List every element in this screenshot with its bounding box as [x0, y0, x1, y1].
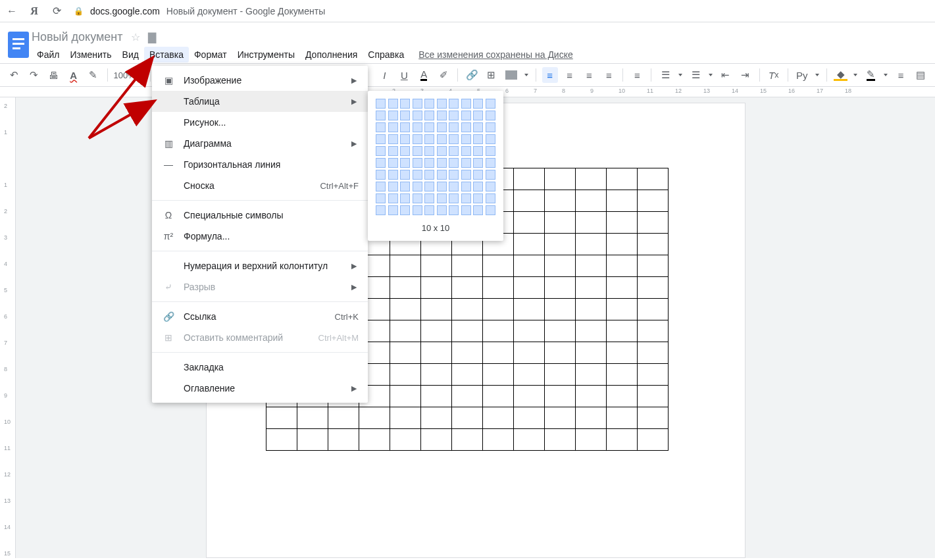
table-cell[interactable]: [606, 190, 637, 212]
table-cell[interactable]: [420, 299, 451, 320]
picker-cell[interactable]: [424, 146, 434, 156]
table-cell[interactable]: [575, 342, 606, 364]
table-cell[interactable]: [390, 364, 420, 386]
table-cell[interactable]: [482, 277, 513, 299]
table-cell[interactable]: [637, 407, 668, 429]
table-cell[interactable]: [513, 234, 544, 255]
table-cell[interactable]: [390, 277, 420, 299]
menu-file[interactable]: Файл: [32, 47, 64, 63]
table-cell[interactable]: [451, 277, 482, 299]
table-cell[interactable]: [513, 407, 544, 429]
menu-addons[interactable]: Дополнения: [300, 47, 363, 63]
table-cell[interactable]: [575, 277, 606, 299]
table-cell[interactable]: [513, 212, 544, 234]
table-cell[interactable]: [606, 255, 637, 277]
menu-item-table[interactable]: Таблица►: [152, 91, 368, 112]
doc-title[interactable]: Новый документ: [32, 30, 123, 44]
clear-format-icon[interactable]: Tx: [766, 67, 782, 83]
picker-cell[interactable]: [376, 205, 386, 215]
table-cell[interactable]: [482, 255, 513, 277]
table-cell[interactable]: [482, 386, 513, 407]
fill-color-icon[interactable]: ◆: [833, 67, 849, 83]
table-cell[interactable]: [637, 277, 668, 299]
bulleted-list-dropdown[interactable]: [707, 67, 714, 83]
table-cell[interactable]: [420, 342, 451, 364]
border-width-icon[interactable]: ≡: [893, 67, 909, 83]
menu-view[interactable]: Вид: [117, 47, 144, 63]
menu-item-pagenums[interactable]: Нумерация и верхний колонтитул►: [152, 255, 368, 276]
table-cell[interactable]: [637, 190, 668, 212]
picker-cell[interactable]: [437, 111, 447, 120]
italic-icon[interactable]: I: [376, 67, 392, 83]
picker-cell[interactable]: [449, 158, 459, 168]
picker-cell[interactable]: [461, 170, 471, 180]
picker-cell[interactable]: [424, 99, 434, 109]
table-cell[interactable]: [544, 234, 575, 255]
align-right-icon[interactable]: ≡: [582, 67, 597, 83]
picker-cell[interactable]: [413, 99, 422, 109]
picker-cell[interactable]: [486, 146, 495, 156]
table-cell[interactable]: [328, 407, 359, 429]
table-cell[interactable]: [451, 386, 482, 407]
menu-insert[interactable]: Вставка: [144, 47, 189, 63]
table-cell[interactable]: [606, 364, 637, 386]
picker-cell[interactable]: [388, 170, 398, 180]
picker-cell[interactable]: [413, 205, 422, 215]
menu-item-equation[interactable]: π²Формула...: [152, 226, 368, 247]
table-cell[interactable]: [451, 299, 482, 320]
spellcheck-icon[interactable]: A: [66, 67, 82, 83]
picker-cell[interactable]: [413, 158, 422, 168]
table-cell[interactable]: [513, 364, 544, 386]
menu-item-bookmark[interactable]: Закладка: [152, 357, 368, 378]
picker-cell[interactable]: [486, 205, 495, 215]
picker-cell[interactable]: [486, 99, 495, 109]
picker-cell[interactable]: [388, 99, 398, 109]
menu-item-link[interactable]: 🔗СсылкаCtrl+K: [152, 306, 368, 327]
table-cell[interactable]: [390, 255, 420, 277]
table-cell[interactable]: [544, 386, 575, 407]
picker-cell[interactable]: [424, 111, 434, 120]
picker-cell[interactable]: [376, 146, 386, 156]
picker-cell[interactable]: [400, 99, 410, 109]
picker-cell[interactable]: [388, 158, 398, 168]
table-cell[interactable]: [544, 407, 575, 429]
picker-cell[interactable]: [413, 146, 422, 156]
picker-cell[interactable]: [400, 170, 410, 180]
table-cell[interactable]: [266, 429, 297, 451]
table-cell[interactable]: [513, 320, 544, 342]
picker-cell[interactable]: [437, 158, 447, 168]
picker-cell[interactable]: [449, 122, 459, 132]
table-cell[interactable]: [513, 342, 544, 364]
address-bar[interactable]: 🔒 docs.google.com Новый документ - Googl…: [74, 6, 928, 16]
table-cell[interactable]: [451, 255, 482, 277]
picker-cell[interactable]: [400, 146, 410, 156]
picker-cell[interactable]: [400, 134, 410, 144]
table-cell[interactable]: [637, 255, 668, 277]
border-color-icon[interactable]: ✎: [863, 67, 878, 83]
menu-tools[interactable]: Инструменты: [232, 47, 300, 63]
table-cell[interactable]: [390, 299, 420, 320]
picker-cell[interactable]: [473, 205, 483, 215]
picker-cell[interactable]: [486, 111, 495, 120]
table-cell[interactable]: [359, 429, 390, 451]
table-cell[interactable]: [513, 386, 544, 407]
table-cell[interactable]: [637, 342, 668, 364]
picker-cell[interactable]: [461, 134, 471, 144]
table-cell[interactable]: [390, 407, 420, 429]
table-cell[interactable]: [606, 277, 637, 299]
table-cell[interactable]: [606, 320, 637, 342]
table-cell[interactable]: [513, 190, 544, 212]
picker-cell[interactable]: [400, 122, 410, 132]
picker-cell[interactable]: [449, 170, 459, 180]
table-cell[interactable]: [266, 407, 297, 429]
table-picker[interactable]: 10 х 10: [368, 91, 503, 241]
table-cell[interactable]: [606, 168, 637, 190]
redo-icon[interactable]: ↷: [26, 67, 42, 83]
picker-cell[interactable]: [461, 99, 471, 109]
table-cell[interactable]: [451, 364, 482, 386]
image-icon[interactable]: [503, 67, 519, 83]
table-cell[interactable]: [544, 364, 575, 386]
picker-cell[interactable]: [376, 122, 386, 132]
table-cell[interactable]: [637, 212, 668, 234]
bulleted-list-icon[interactable]: ☰: [688, 67, 703, 83]
